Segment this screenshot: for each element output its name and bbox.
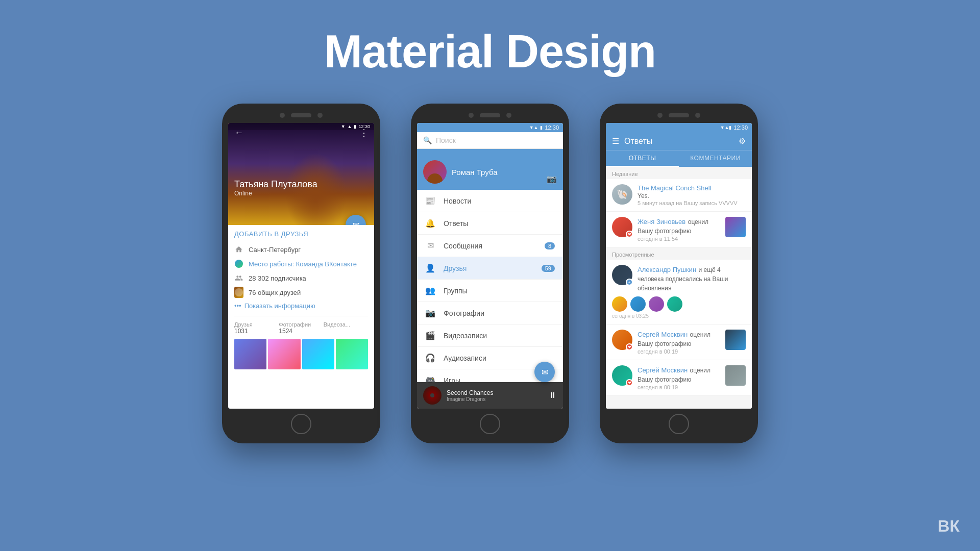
friends-label: Друзья [234, 321, 279, 328]
notif5-name: Сергей Москвин [638, 366, 688, 374]
home-icon [234, 245, 243, 254]
profile-name-block: Татьяна Плуталова Online [234, 179, 317, 197]
show-info-label: Показать информацию [244, 302, 315, 310]
phone-2: ▼▲ ▮ 12:30 🔍 Поиск Роман Труба 📷 [411, 104, 569, 443]
drawer-avatar [423, 160, 447, 184]
avatar-body [427, 173, 443, 184]
messages-badge: 8 [545, 242, 555, 249]
newspaper-icon: 📰 [425, 196, 435, 206]
workplace-text: Место работы: Команда ВКонтакте [249, 260, 357, 268]
profile-body: ДОБАВИТЬ В ДРУЗЬЯ Санкт-Петербург Место … [228, 225, 374, 374]
common-friends-text: 76 общих друзей [249, 289, 301, 296]
work-icon [234, 259, 243, 268]
nav-item-answers[interactable]: 🔔 Ответы [417, 212, 563, 235]
photo-thumb-1[interactable] [234, 339, 266, 369]
nav-items-list: 📰 Новости 🔔 Ответы ✉ Сообщения 8 👤 Друзь… [417, 190, 563, 392]
status-bar-2: ▼▲ ▮ 12:30 [417, 123, 563, 132]
phone-top-2 [417, 113, 563, 118]
phone-bottom-2 [417, 414, 563, 434]
now-playing-bar[interactable]: Second Chances Imagine Dragons ⏸ [417, 382, 563, 409]
notif-item-2[interactable]: ❤ Женя Зиновьев оценил Вашу фотографию с… [606, 212, 752, 247]
friends-icon [234, 288, 243, 297]
videos-label: Видеоза... [324, 321, 368, 328]
show-info-button[interactable]: ••• Показать информацию [234, 302, 368, 310]
section-viewed: Просмотренные [606, 247, 752, 260]
nav-photos-label: Фотографии [444, 309, 555, 317]
mini-avatar-1 [612, 296, 627, 312]
phone2-screen: ▼▲ ▮ 12:30 🔍 Поиск Роман Труба 📷 [417, 123, 563, 409]
notif3-time: сегодня в 03:25 [612, 313, 746, 319]
home-button-1[interactable] [291, 414, 311, 434]
people-icon: 👤 [425, 263, 435, 273]
nav-item-friends[interactable]: 👤 Друзья 59 [417, 257, 563, 280]
common-friends-info: 76 общих друзей [234, 288, 368, 297]
front-sensor-3 [695, 113, 700, 118]
phone-top-1 [228, 113, 374, 118]
photos-count: 1524 [279, 328, 323, 335]
drawer-user-info: Роман Труба [423, 160, 498, 184]
nav-groups-label: Группы [444, 287, 555, 295]
vk-logo: ВК [938, 517, 960, 536]
home-button-3[interactable] [669, 414, 689, 434]
camera-icon[interactable]: 📷 [547, 174, 557, 184]
notif3-mini-avatars [612, 296, 746, 312]
nav-item-messages[interactable]: ✉ Сообщения 8 [417, 235, 563, 257]
phone-3: ▼▲▮ 12:30 ☰ Ответы ⚙ ОТВЕТЫ КОММЕНТАРИИ … [600, 104, 758, 443]
nav-item-photos[interactable]: 📷 Фотографии [417, 302, 563, 324]
track-title: Second Chances [447, 389, 544, 396]
mail-icon: ✉ [353, 220, 359, 226]
add-friend-button[interactable]: ДОБАВИТЬ В ДРУЗЬЯ [234, 230, 368, 238]
notif1-text: Yes. [638, 192, 746, 199]
notif-item-5[interactable]: ❤ Сергей Москвин оценил Вашу фотографию … [606, 360, 752, 396]
compose-icon: ✉ [542, 367, 548, 377]
notif-item-1[interactable]: 🐚 The Magical Conch Shell Yes. 5 минут н… [606, 179, 752, 212]
signal-icon-1: ▼ [341, 124, 346, 129]
speaker-2 [480, 113, 500, 117]
profile-cover: ▼ ▲ ▮ 12:30 ← ⋮ Татьяна Плуталова Online… [228, 123, 374, 225]
like-badge-4: ❤ [626, 343, 633, 350]
status-bar-3: ▼▲▮ 12:30 [606, 123, 752, 132]
friends-stat: Друзья 1031 [234, 321, 279, 335]
notif3-content: Александр Пушкин и ещё 4 человека подпис… [638, 265, 746, 292]
pause-icon[interactable]: ⏸ [549, 391, 557, 400]
nav-item-videos[interactable]: 🎬 Видеозаписи [417, 324, 563, 347]
mini-avatar-2 [630, 296, 646, 312]
notifications-body: Недавние 🐚 The Magical Conch Shell Yes. … [606, 167, 752, 409]
search-bar[interactable]: 🔍 Поиск [417, 132, 563, 149]
phone-bottom-1 [228, 414, 374, 434]
tab-answers[interactable]: ОТВЕТЫ [606, 151, 679, 167]
notif-item-3[interactable]: + Александр Пушкин и ещё 4 человека подп… [606, 260, 752, 324]
photo-thumb-4[interactable] [336, 339, 368, 369]
battery-icon-1: ▮ [354, 124, 356, 129]
tab-comments[interactable]: КОММЕНТАРИИ [679, 151, 752, 167]
bell-icon: 🔔 [425, 218, 435, 228]
workplace-info: Место работы: Команда ВКонтакте [234, 259, 368, 268]
notif-content-5: Сергей Москвин оценил Вашу фотографию се… [638, 365, 720, 390]
photos-label: Фотографии [279, 321, 323, 328]
compose-fab[interactable]: ✉ [534, 362, 555, 382]
notif-content-1: The Magical Conch Shell Yes. 5 минут наз… [638, 184, 746, 206]
nav-videos-label: Видеозаписи [444, 332, 555, 340]
now-playing-info: Second Chances Imagine Dragons [447, 389, 544, 402]
subscribers-icon [234, 273, 243, 283]
nav-item-groups[interactable]: 👥 Группы [417, 280, 563, 302]
hamburger-icon[interactable]: ☰ [612, 136, 619, 146]
photo-thumb-3[interactable] [302, 339, 334, 369]
album-art [423, 386, 442, 405]
nav-item-news[interactable]: 📰 Новости [417, 190, 563, 212]
nav-answers-label: Ответы [444, 219, 555, 228]
notif3-top: + Александр Пушкин и ещё 4 человека подп… [612, 265, 746, 292]
clock-1: 12:30 [358, 124, 370, 129]
notif2-time: сегодня в 11:54 [638, 236, 720, 242]
filter-icon[interactable]: ⚙ [739, 136, 746, 146]
home-button-2[interactable] [480, 414, 500, 434]
envelope-icon: ✉ [425, 241, 435, 251]
photo-thumb-2[interactable] [268, 339, 300, 369]
page-title: Material Design [0, 0, 980, 78]
notifications-topbar: ☰ Ответы ⚙ [606, 132, 752, 150]
status-bar-1: ▼ ▲ ▮ 12:30 [228, 123, 374, 130]
notif-item-4[interactable]: ❤ Сергей Москвин оценил Вашу фотографию … [606, 324, 752, 360]
notif2-photo-thumb [725, 217, 746, 237]
clock-3: 12:30 [733, 124, 748, 131]
notif3-name: Александр Пушкин [638, 266, 696, 273]
